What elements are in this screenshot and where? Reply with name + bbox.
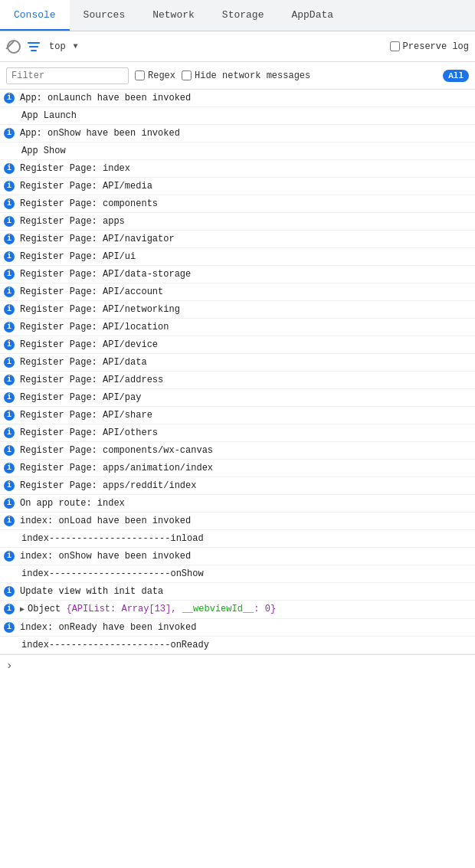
tab-appdata[interactable]: AppData: [277, 0, 347, 31]
filter-icon: [28, 41, 40, 52]
log-text: Register Page: API/address: [20, 373, 469, 387]
preserve-log-checkbox-wrapper[interactable]: Preserve log: [390, 41, 469, 52]
console-prompt[interactable]: ›: [0, 654, 475, 676]
log-entry: i Register Page: API/location: [0, 319, 475, 336]
log-text: Register Page: API/navigator: [20, 232, 469, 246]
tab-console[interactable]: Console: [0, 0, 70, 31]
log-text: On app route: index: [20, 496, 469, 510]
log-entry: i Register Page: apps/animation/index: [0, 460, 475, 477]
preserve-log-checkbox[interactable]: [390, 41, 400, 51]
log-entry: i Register Page: components/wx-canvas: [0, 442, 475, 460]
tab-network[interactable]: Network: [139, 0, 208, 31]
info-icon: i: [3, 92, 15, 104]
prompt-arrow-icon[interactable]: ›: [6, 660, 12, 672]
log-entry: index----------------------inload: [0, 530, 475, 548]
log-entry: index----------------------onShow: [0, 565, 475, 583]
log-entry: i Register Page: API/data-storage: [0, 266, 475, 283]
info-icon: i: [3, 391, 15, 404]
info-icon: i: [3, 409, 15, 421]
log-entry: App Launch: [0, 107, 475, 125]
filter-toggle-button[interactable]: [26, 39, 41, 54]
info-icon: i: [3, 198, 15, 210]
log-entry: i index: onShow have been invoked: [0, 548, 475, 565]
log-text: Register Page: components/wx-canvas: [20, 444, 469, 457]
expand-arrow-icon[interactable]: ▶: [20, 605, 25, 614]
preserve-log-label: Preserve log: [403, 41, 469, 52]
log-text: Register Page: API/ui: [20, 250, 469, 264]
log-text: Register Page: API/device: [20, 338, 469, 352]
preserve-log-area: Preserve log: [390, 41, 469, 52]
tabs-bar: Console Sources Network Storage AppData: [0, 0, 475, 31]
info-icon: i: [3, 550, 15, 562]
info-icon: i: [3, 233, 15, 245]
context-selector[interactable]: top: [46, 40, 69, 54]
hide-network-checkbox[interactable]: [182, 70, 192, 80]
log-entry: i Register Page: API/ui: [0, 248, 475, 266]
log-entry: i Update view with init data: [0, 583, 475, 601]
log-text: Register Page: API/others: [20, 426, 469, 440]
all-filter-badge[interactable]: All: [443, 70, 469, 82]
context-dropdown-arrow[interactable]: ▼: [74, 42, 78, 51]
log-entry: i Register Page: API/share: [0, 407, 475, 424]
log-text: Register Page: API/share: [20, 408, 469, 422]
log-entry: i App: onLaunch have been invoked: [0, 90, 475, 107]
log-entry: i Register Page: API/navigator: [0, 231, 475, 248]
clear-icon: [7, 40, 21, 54]
tab-sources[interactable]: Sources: [70, 0, 139, 31]
info-icon: i: [3, 497, 15, 509]
log-text: Update view with init data: [20, 585, 469, 598]
log-text: Register Page: API/networking: [20, 303, 469, 316]
log-entry: App Show: [0, 142, 475, 160]
clear-console-button[interactable]: [6, 39, 21, 54]
log-text: App Show: [21, 144, 469, 158]
info-icon: i: [3, 303, 15, 316]
log-text: index----------------------inload: [21, 532, 469, 545]
log-entry: i Register Page: components: [0, 195, 475, 213]
log-entry: i ▶Object {APIList: Array[13], __webview…: [0, 601, 475, 619]
hide-network-label: Hide network messages: [195, 70, 310, 81]
log-text: App: onLaunch have been invoked: [20, 91, 469, 105]
log-entry: i index: onReady have been invoked: [0, 619, 475, 637]
log-text: index: onReady have been invoked: [20, 621, 469, 634]
info-icon: i: [3, 427, 15, 439]
log-text: Register Page: apps/animation/index: [20, 461, 469, 475]
log-entry: i On app route: index: [0, 495, 475, 513]
console-output: i App: onLaunch have been invokedApp Lau…: [0, 90, 475, 654]
regex-checkbox[interactable]: [135, 70, 145, 80]
log-entry: i Register Page: API/media: [0, 178, 475, 195]
info-icon: i: [3, 585, 15, 598]
log-entry: i Register Page: apps: [0, 213, 475, 231]
log-entry: i Register Page: API/data: [0, 354, 475, 372]
regex-option[interactable]: Regex: [135, 70, 175, 81]
info-icon: i: [3, 286, 15, 298]
info-icon: i: [3, 215, 15, 228]
log-entry: i Register Page: apps/reddit/index: [0, 477, 475, 495]
log-entry: index----------------------onReady: [0, 637, 475, 654]
log-text[interactable]: ▶Object {APIList: Array[13], __webviewId…: [20, 602, 469, 617]
log-text: Register Page: apps/reddit/index: [20, 479, 469, 493]
log-text: Register Page: API/location: [20, 320, 469, 334]
log-text: Register Page: API/pay: [20, 391, 469, 405]
log-entry: i Register Page: API/pay: [0, 389, 475, 407]
info-icon: i: [3, 321, 15, 333]
log-entry: i Register Page: index: [0, 160, 475, 178]
log-text: Register Page: components: [20, 197, 469, 211]
tab-storage[interactable]: Storage: [208, 0, 278, 31]
log-text: index----------------------onShow: [21, 567, 469, 581]
info-icon: i: [3, 603, 15, 615]
hide-network-option[interactable]: Hide network messages: [182, 70, 310, 81]
info-icon: i: [3, 356, 15, 368]
info-icon: i: [3, 339, 15, 351]
info-icon: i: [3, 127, 15, 139]
info-icon: i: [3, 462, 15, 474]
log-entry: i Register Page: API/address: [0, 372, 475, 389]
info-icon: i: [3, 621, 15, 634]
log-text: index: onLoad have been invoked: [20, 514, 469, 528]
log-entry: i Register Page: API/account: [0, 283, 475, 301]
log-text: index: onShow have been invoked: [20, 549, 469, 563]
log-text: App Launch: [21, 109, 469, 123]
filter-input[interactable]: [6, 67, 129, 84]
log-entry: i Register Page: API/others: [0, 424, 475, 442]
info-icon: i: [3, 268, 15, 280]
log-text: Register Page: index: [20, 162, 469, 175]
